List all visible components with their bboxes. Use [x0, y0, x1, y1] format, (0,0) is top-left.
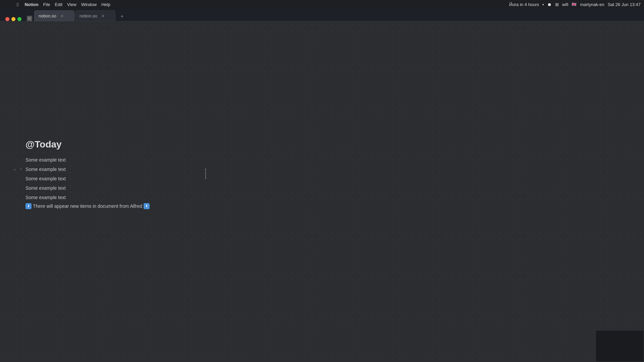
tab-1[interactable]: notion.so ✕	[34, 10, 74, 21]
window-view-icon[interactable]: ⊡	[27, 16, 32, 21]
menubar-right: Йога in 4 hours ▪ ⏺ ⊞ wifi 🇬🇧 martynak-e…	[509, 2, 641, 7]
tab-1-close[interactable]: ✕	[59, 13, 65, 19]
block-row-2: + ⠿ Some example text	[25, 165, 150, 174]
page-content: @Today Some example text + ⠿ Some exampl…	[25, 139, 150, 210]
screen-icon: ▪	[542, 2, 544, 7]
minimize-button[interactable]	[11, 17, 15, 21]
new-tab-button[interactable]: +	[117, 12, 127, 21]
block-row-5: Some example text	[25, 193, 150, 202]
tabbar: ⊡ notion.so ✕ notion.so ✕ +	[0, 9, 644, 21]
block-row-4: Some example text	[25, 184, 150, 193]
block-row-1: Some example text	[25, 156, 150, 165]
apple-logo-icon[interactable]: 	[17, 2, 18, 7]
record-icon: ⏺	[547, 2, 552, 7]
page-title[interactable]: @Today	[25, 139, 150, 150]
window-traffic-lights	[2, 17, 25, 21]
block-text-4[interactable]: Some example text	[25, 184, 66, 192]
alfred-text: There will appear new items in document …	[33, 203, 142, 209]
menubar-edit[interactable]: Edit	[55, 2, 62, 7]
username: martynak-en	[580, 2, 604, 7]
menubar:  Notion File Edit View Window Help Йога…	[0, 0, 644, 9]
maximize-button[interactable]	[17, 17, 21, 21]
menubar-file[interactable]: File	[43, 2, 50, 7]
close-button[interactable]	[5, 17, 9, 21]
flag-icon: 🇬🇧	[572, 2, 577, 7]
block-drag-icon[interactable]: ⠿	[18, 167, 23, 172]
block-text-1[interactable]: Some example text	[25, 156, 66, 164]
menubar-left:  Notion File Edit View Window Help	[3, 2, 110, 7]
main-content: @Today Some example text + ⠿ Some exampl…	[0, 21, 644, 362]
tab-1-label: notion.so	[39, 13, 56, 18]
tab-2[interactable]: notion.so ✕	[75, 10, 115, 21]
alfred-line: ⬇ There will appear new items in documen…	[25, 202, 150, 210]
menubar-help[interactable]: Help	[101, 2, 110, 7]
text-cursor	[204, 169, 207, 180]
alfred-icon-left: ⬇	[25, 203, 32, 209]
block-controls-2: + ⠿	[12, 167, 23, 172]
tab-2-label: notion.so	[79, 13, 97, 18]
menubar-app-name[interactable]: Notion	[24, 2, 38, 7]
block-add-icon[interactable]: +	[12, 167, 17, 172]
menubar-window[interactable]: Window	[81, 2, 97, 7]
yoga-reminder[interactable]: Йога in 4 hours	[509, 2, 539, 7]
block-text-3[interactable]: Some example text	[25, 175, 66, 182]
datetime: Sat 26 Jun 13:47	[608, 2, 641, 7]
tab-2-close[interactable]: ✕	[100, 13, 106, 19]
mini-window	[595, 330, 644, 362]
grid-icon: ⊞	[555, 2, 559, 7]
alfred-icon-right: ⬇	[144, 203, 150, 209]
block-row-3: Some example text	[25, 174, 150, 184]
block-text-5[interactable]: Some example text	[25, 194, 66, 201]
menubar-view[interactable]: View	[67, 2, 76, 7]
block-text-2[interactable]: Some example text	[25, 166, 66, 173]
wifi-icon: wifi	[562, 2, 569, 7]
